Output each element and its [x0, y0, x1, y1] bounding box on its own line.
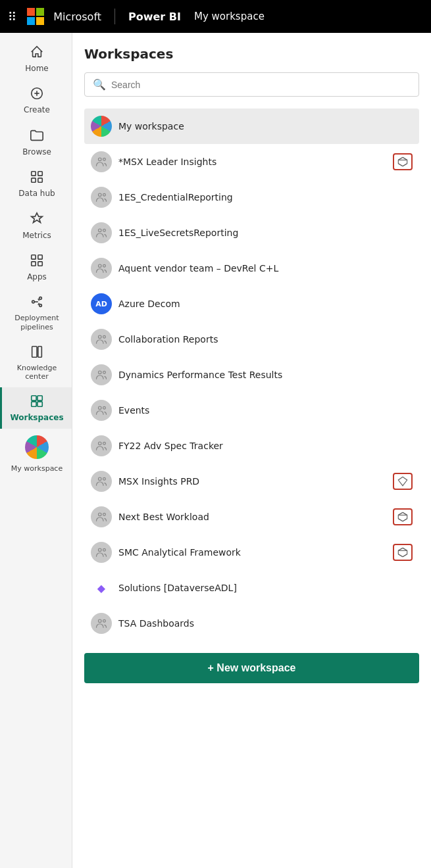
- new-workspace-button[interactable]: + New workspace: [84, 653, 419, 683]
- home-icon: [30, 45, 44, 61]
- svg-point-43: [103, 477, 106, 480]
- sidebar-item-home[interactable]: Home: [0, 38, 72, 80]
- svg-point-20: [99, 158, 102, 161]
- workspace-item-collab[interactable]: Collaboration Reports: [84, 322, 419, 357]
- sidebar-item-home-label: Home: [25, 64, 48, 73]
- knowledge-icon: [30, 345, 44, 361]
- workspace-item-my-workspace[interactable]: My workspace: [84, 108, 419, 144]
- svg-line-59: [398, 554, 403, 557]
- workspace-people-icon: [91, 435, 112, 456]
- workspace-list: My workspace *MSX Leader Insights 1ES_Cr…: [84, 108, 419, 641]
- sidebar-item-myworkspace[interactable]: My workspace: [0, 429, 72, 479]
- svg-rect-6: [38, 178, 42, 182]
- sidebar-item-datahub[interactable]: Data hub: [0, 163, 72, 205]
- search-input[interactable]: [111, 80, 411, 90]
- svg-point-31: [103, 229, 106, 231]
- workspace-item-msx-insights[interactable]: MSX Insights PRD: [84, 464, 419, 499]
- workspace-item-name: Dynamics Performance Test Results: [118, 370, 413, 380]
- sidebar: Home Create Browse Data hub: [0, 33, 72, 868]
- svg-rect-18: [32, 402, 36, 406]
- svg-marker-22: [398, 157, 407, 166]
- main-layout: Home Create Browse Data hub: [0, 33, 431, 868]
- workspace-item-msx-leader[interactable]: *MSX Leader Insights: [84, 144, 419, 180]
- microsoft-logo: [27, 8, 44, 25]
- workspace-item-azure-decom[interactable]: AD Azure Decom: [84, 286, 419, 322]
- workspace-item-name: Events: [118, 405, 413, 416]
- workspace-item-name: Aquent vendor team – DevRel C+L: [118, 263, 413, 274]
- svg-marker-55: [398, 548, 407, 556]
- workspace-people-icon: [91, 471, 112, 492]
- premium-badge: [393, 153, 413, 170]
- main-content-area: Workspaces 🔍 My workspace *MSX Leader In…: [72, 33, 431, 868]
- svg-point-40: [99, 442, 102, 445]
- workspace-item-name: Azure Decom: [118, 299, 413, 309]
- sidebar-item-apps-label: Apps: [27, 272, 47, 281]
- workspace-item-dynamics[interactable]: Dynamics Performance Test Results: [84, 357, 419, 393]
- workspace-item-aquent[interactable]: Aquent vendor team – DevRel C+L: [84, 251, 419, 286]
- svg-point-37: [103, 371, 106, 374]
- workspace-item-name: TSA Dashboards: [118, 618, 413, 629]
- apps-grid-icon[interactable]: ⠿: [8, 10, 16, 24]
- svg-point-21: [103, 158, 106, 160]
- svg-marker-44: [398, 477, 407, 485]
- workspace-item-name: Collaboration Reports: [118, 334, 413, 345]
- azure-decom-icon: AD: [91, 293, 112, 314]
- premium-badge: [393, 544, 413, 561]
- sidebar-item-datahub-label: Data hub: [18, 189, 55, 198]
- search-icon: 🔍: [93, 78, 106, 91]
- sidebar-item-metrics[interactable]: Metrics: [0, 205, 72, 247]
- workspace-item-name: *MSX Leader Insights: [118, 157, 393, 167]
- sidebar-item-myworkspace-label: My workspace: [11, 464, 63, 473]
- svg-point-30: [99, 229, 102, 232]
- svg-point-13: [39, 304, 42, 307]
- search-bar[interactable]: 🔍: [84, 72, 419, 97]
- svg-line-60: [403, 554, 407, 557]
- workspace-item-name: 1ES_LiveSecretsReporting: [118, 228, 413, 238]
- workspace-item-1es-credential[interactable]: 1ES_CredentialReporting: [84, 180, 419, 215]
- workspace-people-icon: [91, 151, 112, 172]
- svg-point-61: [99, 619, 102, 623]
- sidebar-item-metrics-label: Metrics: [22, 231, 51, 240]
- workspace-item-tsa[interactable]: TSA Dashboards: [84, 606, 419, 641]
- sidebar-item-create[interactable]: Create: [0, 80, 72, 121]
- my-workspace-icon: [91, 116, 112, 137]
- svg-point-33: [103, 264, 106, 267]
- sidebar-item-browse[interactable]: Browse: [0, 122, 72, 163]
- apps-icon: [30, 253, 44, 270]
- svg-rect-15: [38, 346, 42, 357]
- sidebar-item-workspaces[interactable]: Workspaces: [0, 387, 72, 429]
- svg-point-36: [99, 371, 102, 374]
- workspace-item-name: 1ES_CredentialReporting: [118, 192, 413, 203]
- svg-point-38: [99, 406, 102, 410]
- workspace-item-1es-live[interactable]: 1ES_LiveSecretsReporting: [84, 215, 419, 251]
- powerbi-label: Power BI: [128, 11, 181, 23]
- workspace-item-events[interactable]: Events: [84, 393, 419, 428]
- workspace-people-icon: [91, 506, 112, 527]
- workspace-item-solutions[interactable]: ◆ Solutions [DataverseADL]: [84, 570, 419, 606]
- sidebar-item-knowledge-label: Knowledge center: [7, 364, 66, 381]
- workspace-people-icon: [91, 400, 112, 421]
- workspace-people-icon: [91, 364, 112, 385]
- sidebar-item-apps[interactable]: Apps: [0, 247, 72, 288]
- workspace-item-fy22[interactable]: FY22 Adv Spec Tracker: [84, 428, 419, 464]
- svg-point-11: [32, 301, 35, 304]
- workspace-people-icon: [91, 329, 112, 350]
- svg-point-28: [99, 193, 102, 197]
- current-workspace-label: My workspace: [194, 11, 265, 22]
- workspace-item-name: Next Best Workload: [118, 512, 393, 522]
- svg-point-29: [103, 193, 106, 196]
- premium-badge: [393, 508, 413, 525]
- svg-rect-8: [38, 255, 42, 259]
- my-workspace-avatar: [25, 435, 49, 459]
- workspace-item-smc[interactable]: SMC Analytical Framework: [84, 535, 419, 570]
- workspace-people-icon: [91, 222, 112, 243]
- workspace-people-icon: [91, 187, 112, 208]
- deployment-icon: [30, 295, 44, 311]
- svg-line-51: [398, 519, 403, 521]
- workspace-item-next-best[interactable]: Next Best Workload: [84, 499, 419, 535]
- workspace-item-name: Solutions [DataverseADL]: [118, 583, 413, 593]
- sidebar-item-deployment[interactable]: Deployment pipelines: [0, 288, 72, 337]
- sidebar-item-knowledge[interactable]: Knowledge center: [0, 338, 72, 387]
- workspace-item-name: My workspace: [118, 121, 413, 132]
- nav-divider: [114, 9, 115, 24]
